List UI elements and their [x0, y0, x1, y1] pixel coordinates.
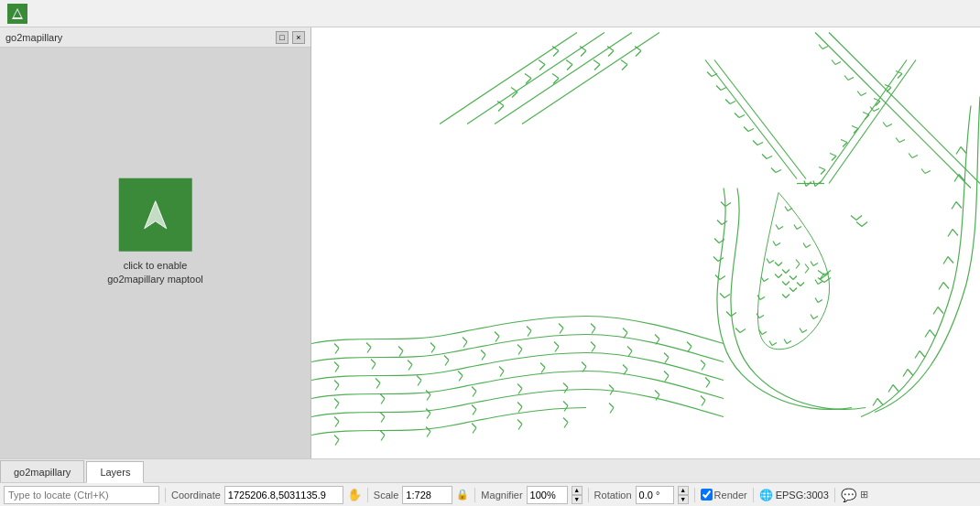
magnifier-label: Magnifier — [481, 490, 522, 501]
lock-icon[interactable]: 🔒 — [456, 489, 469, 501]
map-canvas[interactable] — [311, 27, 980, 458]
maptool-widget: click to enable go2mapillary maptool — [107, 178, 203, 286]
separator-5 — [694, 488, 695, 502]
render-checkbox-area[interactable]: Render — [701, 489, 747, 501]
magnifier-up-button[interactable]: ▲ — [572, 486, 583, 495]
epsg-area[interactable]: 🌐 EPSG:3003 — [759, 489, 829, 501]
panel-titlebar: go2mapillary □ × — [0, 27, 310, 48]
render-label: Render — [714, 490, 747, 501]
main-layout: go2mapillary □ × click to enable go2mapi… — [0, 27, 980, 506]
tab-layers[interactable]: Layers — [86, 461, 144, 483]
left-panel: go2mapillary □ × click to enable go2mapi… — [0, 27, 311, 458]
map-svg — [311, 27, 980, 458]
panel-buttons: □ × — [276, 31, 305, 44]
separator-7 — [834, 488, 835, 502]
coordinate-label: Coordinate — [171, 490, 221, 501]
separator-1 — [165, 488, 166, 502]
scale-input[interactable] — [402, 486, 452, 504]
rotation-input[interactable] — [636, 486, 674, 504]
rotation-down-button[interactable]: ▼ — [678, 495, 689, 504]
rotation-up-button[interactable]: ▲ — [678, 486, 689, 495]
magnifier-down-button[interactable]: ▼ — [572, 495, 583, 504]
app-icon — [7, 4, 27, 24]
titlebar — [0, 0, 980, 27]
separator-2 — [367, 488, 368, 502]
render-checkbox[interactable] — [701, 489, 713, 501]
rotation-spinner[interactable]: ▲ ▼ — [678, 486, 689, 504]
maptool-enable-button[interactable] — [119, 178, 192, 251]
rotation-label: Rotation — [594, 490, 632, 501]
separator-3 — [474, 488, 475, 502]
panel-close-button[interactable]: × — [292, 31, 305, 44]
panel-restore-button[interactable]: □ — [276, 31, 289, 44]
bottom-tabs-bar: go2mapillary Layers — [0, 458, 980, 482]
magnifier-input[interactable] — [527, 486, 568, 504]
separator-6 — [753, 488, 754, 502]
coordinate-input[interactable] — [224, 486, 343, 504]
content-area: go2mapillary □ × click to enable go2mapi… — [0, 27, 980, 458]
panel-title: go2mapillary — [5, 32, 62, 43]
epsg-label: EPSG:3003 — [776, 490, 829, 501]
scale-label: Scale — [374, 490, 399, 501]
messages-icon[interactable]: 💬 — [841, 488, 856, 502]
maptool-description: click to enable go2mapillary maptool — [107, 258, 203, 286]
expand-icon[interactable]: ⊞ — [860, 489, 868, 501]
magnifier-spinner[interactable]: ▲ ▼ — [572, 486, 583, 504]
tab-go2mapillary[interactable]: go2mapillary — [0, 460, 84, 482]
globe-icon: 🌐 — [759, 489, 773, 501]
svg-marker-2 — [145, 200, 167, 228]
svg-rect-3 — [311, 33, 980, 454]
pan-icon[interactable]: ✋ — [347, 488, 362, 501]
separator-4 — [588, 488, 589, 502]
statusbar: Coordinate ✋ Scale 🔒 Magnifier ▲ ▼ Rotat… — [0, 482, 980, 506]
search-input[interactable] — [4, 486, 159, 504]
